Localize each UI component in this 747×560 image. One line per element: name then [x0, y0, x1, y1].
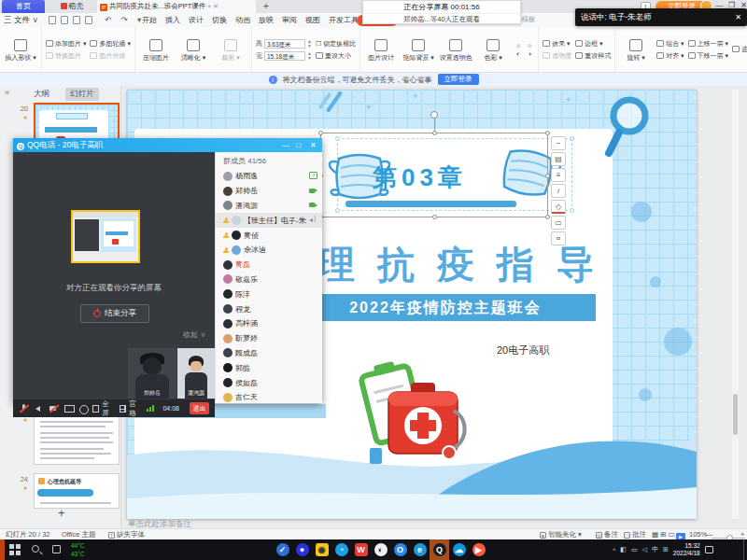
new-tab-button[interactable]: + — [260, 0, 273, 13]
tab-document[interactable]: P共同防疫共赴未...班会PPT课件⌖✕ — [97, 0, 256, 13]
tray-app-icon[interactable]: ◧ — [620, 546, 627, 553]
tab-slides[interactable]: 幻灯片 — [65, 88, 99, 101]
clock[interactable]: 15:322022/4/18 — [673, 542, 700, 557]
menu-tab[interactable]: 开发工具 — [329, 13, 359, 27]
start-button[interactable] — [9, 544, 21, 555]
tray-chevron-icon[interactable]: ^ — [613, 547, 615, 553]
compress-picture-button[interactable]: 压缩图片 — [139, 37, 173, 63]
resize-handle[interactable] — [432, 131, 437, 135]
tab-outline[interactable]: 大纲 — [34, 89, 49, 100]
show-desktop-button[interactable] — [743, 539, 747, 560]
member-row[interactable]: 高梓涵 — [216, 316, 322, 331]
member-row[interactable]: 程龙 — [216, 301, 322, 316]
member-row[interactable]: 顾成磊 — [216, 346, 322, 361]
member-row[interactable]: 郭皓 — [216, 360, 322, 375]
save-icon[interactable] — [49, 16, 56, 24]
speaker-icon[interactable] — [34, 403, 42, 413]
menu-tab[interactable]: 动画 — [235, 13, 250, 27]
clarify-button[interactable]: 清晰化 ▾ — [176, 37, 210, 63]
stitch-button[interactable]: 图片拼接 — [90, 51, 130, 61]
member-row[interactable]: 敬嘉乐 — [216, 273, 322, 287]
menu-tab[interactable]: 设计 — [189, 13, 204, 27]
speaking-toast[interactable]: 说话中: 电子-朱老师 ✕ — [575, 8, 747, 26]
video-feed[interactable]: 郑帅岳 — [128, 348, 176, 399]
replace-picture-button[interactable]: 替换图片 — [46, 51, 86, 61]
color-button[interactable]: 色彩 ▾ — [476, 37, 510, 63]
camera-off-icon[interactable] — [49, 403, 57, 413]
qq-app-icon[interactable]: Q — [430, 539, 449, 560]
member-row[interactable]: 郑帅岳 — [216, 184, 322, 199]
tray-display-icon[interactable]: ▭ — [631, 546, 638, 553]
resize-handle[interactable] — [545, 215, 550, 219]
slide-thumbnail-24[interactable]: 心理危机疏导 — [34, 473, 120, 509]
baidu-app-icon[interactable]: ● — [292, 539, 312, 560]
grid-view-label[interactable]: 宫格 — [129, 399, 140, 418]
member-row[interactable]: 陈沣 — [216, 287, 322, 301]
file-menu[interactable]: 三 文件 ∨ — [4, 13, 38, 27]
exit-call-button[interactable]: 退出 — [190, 402, 209, 414]
close-toast-icon[interactable]: ✕ — [735, 8, 741, 26]
select-button[interactable]: 选择 ▾ — [732, 45, 747, 54]
rotate-handle[interactable] — [430, 111, 438, 119]
qq-minimize-button[interactable]: — — [282, 138, 289, 152]
member-row[interactable]: 潘鸿源 — [216, 199, 322, 214]
input-method-indicator[interactable]: 中 — [652, 545, 658, 554]
qq-titlebar[interactable]: QQQ电话 - 20电子高职 — [13, 138, 322, 152]
crop-button[interactable]: 裁剪 ▾ — [214, 37, 247, 63]
resize-handle[interactable] — [318, 131, 323, 135]
brightness-contrast-buttons[interactable]: ☼☼◐◑ — [514, 42, 534, 57]
screen-share-icon[interactable] — [63, 403, 72, 413]
height-input[interactable]: 3.63厘米 — [264, 39, 305, 49]
resize-handle[interactable] — [545, 174, 550, 178]
screen-share-banner[interactable]: 正在分享屏幕 00:01:56 郑帅岳...等40人正在观看 — [362, 0, 521, 24]
grid-view-icon[interactable] — [120, 405, 126, 413]
reset-style-button[interactable]: 重设样式 — [575, 51, 611, 61]
blue-ring-app-icon[interactable]: O — [390, 539, 410, 560]
tab-docer[interactable]: 稻壳 — [49, 0, 95, 13]
mono-circle-app-icon[interactable]: ◐ — [371, 539, 390, 560]
selection-box[interactable] — [320, 133, 548, 217]
theme-banner[interactable]: 2022年疫情防控主题班会 — [295, 294, 596, 321]
member-row[interactable]: 杨雨逸 — [216, 169, 322, 184]
undo-redo[interactable]: ↶ ↷ ▾ — [105, 13, 145, 27]
output-icon[interactable] — [61, 16, 68, 24]
qq-close-button[interactable]: ✕ — [310, 138, 317, 152]
scrollbar-thumb[interactable] — [733, 394, 738, 435]
transparency-button[interactable]: 透明度 — [543, 51, 571, 61]
border-button[interactable]: 边框 ▾ — [575, 39, 611, 49]
member-row[interactable]: 【班主任】电子-朱老师 — [216, 213, 322, 228]
remove-background-button[interactable]: 抠除背景 ▾ — [402, 37, 435, 63]
member-row[interactable]: 黄磊 — [216, 258, 322, 273]
face-filter-icon[interactable] — [78, 403, 87, 413]
collapse-videos-button[interactable]: 收起 ∨ — [183, 329, 206, 340]
temperature-widget[interactable]: 44°C43°C — [71, 541, 85, 558]
system-tray[interactable]: ^ ◧ ▭ ◁ 中 ⊞ 15:322022/4/18 — [613, 539, 713, 560]
menu-tab[interactable]: 切换 — [212, 13, 227, 27]
group-button[interactable]: 组合 ▾ — [656, 39, 684, 49]
member-row[interactable]: 靳梦婷 — [216, 331, 322, 346]
video-feed[interactable]: 潘鸿源 — [177, 348, 215, 399]
carousel-button[interactable]: 多图轮播 ▾ — [90, 39, 130, 49]
tray-keyboard-icon[interactable]: ⊞ — [663, 546, 669, 553]
collapse-panel-button[interactable]: « — [5, 88, 9, 97]
edge-app-icon[interactable]: e — [410, 539, 430, 560]
resize-handle[interactable] — [545, 131, 550, 135]
canvas-scrollbar[interactable] — [732, 90, 739, 519]
align-button[interactable]: 对齐 ▾ — [656, 51, 684, 61]
menu-tab[interactable]: 视图 — [305, 13, 320, 27]
member-row[interactable]: 黄侦 — [216, 228, 322, 243]
pin-icon[interactable]: ⌖ — [207, 3, 211, 9]
layers-button[interactable]: ≡ — [551, 168, 566, 182]
qq-call-window[interactable]: QQQ电话 - 20电子高职 — □ ✕ 对方正在观看你分享的屏幕 结束分享 收… — [13, 138, 322, 403]
member-row[interactable]: 侯如磊 — [216, 375, 322, 390]
pen-button[interactable]: / — [551, 184, 566, 198]
menu-tab[interactable]: 放映 — [259, 13, 274, 27]
tray-volume-icon[interactable]: ◁ — [642, 546, 647, 553]
taskbar-search-icon[interactable] — [32, 545, 39, 553]
end-share-button[interactable]: 结束分享 — [80, 304, 149, 323]
wps-app-icon[interactable]: W — [351, 539, 371, 560]
resize-handle[interactable] — [432, 215, 437, 219]
backup-login-button[interactable]: 立即登录 — [438, 74, 479, 85]
member-row[interactable]: 余冰迪 — [216, 243, 322, 258]
lock-ratio-checkbox[interactable]: ☐ 锁定纵横比 — [316, 39, 356, 49]
